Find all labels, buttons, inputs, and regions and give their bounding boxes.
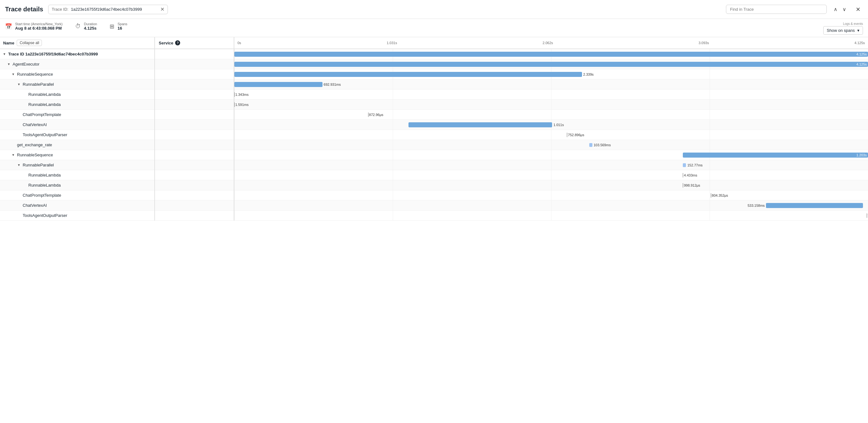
bar-label: 1.011s [553, 123, 564, 127]
span-label: ToolsAgentOutputParser [23, 213, 67, 218]
span-name-col: RunnableLambda [0, 183, 154, 188]
grid-line [234, 120, 235, 130]
span-bar: 4.125s [234, 52, 868, 57]
expand-toggle[interactable]: ▼ [17, 82, 22, 87]
tick-marker [567, 133, 567, 137]
bar-label: 804.352μs [712, 194, 728, 197]
table-row[interactable]: ▼AgentExecutor4.125s [0, 59, 868, 69]
span-name-col: ▼RunnableParallel [0, 163, 154, 168]
grid-line [710, 69, 710, 79]
duration-item: ⏱ Duration 4.125s [75, 22, 97, 31]
table-row[interactable]: RunnableLambda4.433ms [0, 170, 868, 180]
table-row[interactable]: ToolsAgentOutputParser753.92μs [0, 210, 868, 221]
logs-events-section: Logs & events Show on spans ▾ [823, 22, 863, 35]
span-name-col: ToolsAgentOutputParser [0, 213, 154, 218]
grid-line [234, 140, 235, 150]
prev-button[interactable]: ∧ [832, 5, 839, 13]
expand-toggle[interactable]: ▼ [11, 152, 16, 158]
span-label: Trace ID 1a223e16755f19d6ac74bec4c07b399… [8, 52, 98, 56]
table-row[interactable]: RunnableLambda1.591ms [0, 100, 868, 110]
grid-line [551, 160, 552, 170]
grid-line [234, 170, 235, 180]
span-label: ChatPromptTemplate [23, 112, 61, 117]
collapse-all-button[interactable]: Collapse all [17, 40, 42, 46]
span-bar [408, 122, 552, 128]
grid-line [234, 130, 235, 140]
bar-wrapper: 1.203s [683, 152, 868, 158]
row-divider-1 [154, 140, 155, 150]
span-timeline-col: 2.339s [234, 69, 868, 79]
span-name-col: RunnableLambda [0, 173, 154, 178]
trace-id-input-wrapper[interactable]: Trace ID: ✕ [48, 5, 168, 14]
table-row[interactable]: RunnableLambda998.912μs [0, 180, 868, 190]
duration-value: 4.125s [84, 26, 97, 31]
expand-toggle[interactable]: ▼ [6, 62, 11, 67]
table-row[interactable]: RunnableLambda1.343ms [0, 89, 868, 100]
bar-wrapper: 1.011s [408, 122, 564, 128]
close-button[interactable]: ✕ [853, 5, 863, 14]
span-timeline-col: 4.125s [234, 59, 868, 69]
span-bar [766, 203, 863, 208]
span-name-col: ChatVertexAI [0, 122, 154, 128]
bar-label: 998.912μs [684, 184, 700, 187]
bar-label: 4.433ms [684, 173, 697, 177]
table-row[interactable]: ▼RunnableParallel152.77ms [0, 160, 868, 170]
name-column-header: Name Collapse all [0, 40, 154, 46]
row-divider-1 [154, 210, 155, 221]
logs-events-dropdown[interactable]: Show on spans ▾ [823, 26, 863, 35]
start-time-value: Aug 8 at 6:43:08.068 PM [15, 26, 63, 31]
table-row[interactable]: ▼RunnableSequence1.203s [0, 150, 868, 160]
table-row[interactable]: ▼Trace ID 1a223e16755f19d6ac74bec4c07b39… [0, 49, 868, 59]
bar-label: 872.96μs [369, 113, 383, 117]
table-row[interactable]: ToolsAgentOutputParser752.896μs [0, 130, 868, 140]
expand-toggle[interactable]: ▼ [11, 72, 16, 77]
table-row[interactable]: ChatPromptTemplate872.96μs [0, 110, 868, 120]
service-info-icon[interactable]: ? [175, 40, 180, 46]
bar-wrapper: 152.77ms [683, 163, 706, 168]
tick-3: 3.093s [699, 41, 709, 45]
table-row[interactable]: ▼RunnableParallel692.931ms [0, 79, 868, 89]
spans-value: 16 [118, 26, 127, 31]
table-row[interactable]: ChatVertexAI1.011s [0, 120, 868, 130]
span-name-col: ▼RunnableSequence [0, 72, 154, 77]
span-label: RunnableLambda [28, 173, 61, 177]
bar-label-inside: 4.125s [856, 62, 867, 66]
expand-toggle[interactable]: ▼ [17, 163, 22, 168]
grid-line [710, 170, 710, 180]
span-label: RunnableParallel [23, 163, 54, 167]
row-divider-1 [154, 59, 155, 69]
start-time-item: 📅 Start time (America/New_York) Aug 8 at… [5, 22, 63, 31]
no-toggle [22, 92, 27, 97]
grid-line [710, 180, 710, 190]
find-in-trace-input[interactable] [730, 7, 823, 12]
bar-wrapper: 692.931ms [234, 82, 341, 87]
table-row[interactable]: ▼RunnableSequence2.339s [0, 69, 868, 79]
row-divider-1 [154, 150, 155, 160]
grid-line [551, 170, 552, 180]
close-icon[interactable]: ✕ [160, 7, 164, 12]
trace-id-input[interactable] [71, 7, 158, 12]
find-in-trace-wrapper[interactable] [726, 5, 827, 14]
grid-line [551, 110, 552, 120]
expand-toggle[interactable]: ▼ [2, 52, 7, 57]
table-row[interactable]: get_exchange_rate103.569ms [0, 140, 868, 150]
span-label: ChatVertexAI [23, 122, 47, 127]
next-button[interactable]: ∨ [841, 5, 848, 13]
grid-line [551, 180, 552, 190]
span-name-col: ▼RunnableSequence [0, 152, 154, 158]
no-toggle [17, 112, 22, 117]
table-row[interactable]: ChatPromptTemplate804.352μs [0, 190, 868, 200]
grid-line [234, 200, 235, 210]
table-row[interactable]: ChatVertexAI533.158ms [0, 200, 868, 210]
grid-line [710, 160, 710, 170]
row-divider-1 [154, 120, 155, 130]
no-toggle [17, 213, 22, 218]
span-timeline-col: 152.77ms [234, 160, 868, 170]
span-timeline-col: 753.92μs [234, 210, 868, 221]
grid-line [551, 150, 552, 160]
grid-line [551, 210, 552, 221]
tick-marker [683, 173, 683, 177]
span-timeline-col: 533.158ms [234, 200, 868, 210]
span-name-col: ChatPromptTemplate [0, 193, 154, 198]
calendar-icon: 📅 [5, 23, 12, 30]
